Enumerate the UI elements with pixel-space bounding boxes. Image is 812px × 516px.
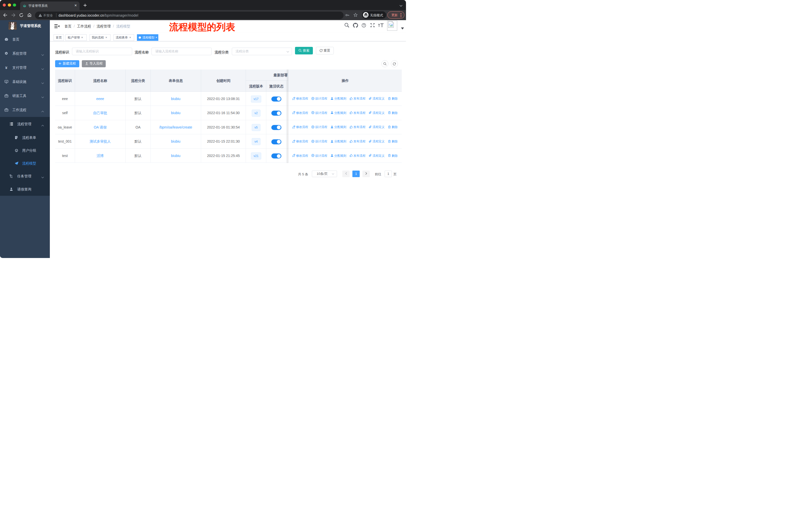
svg-text:¥: ¥ bbox=[5, 66, 7, 69]
